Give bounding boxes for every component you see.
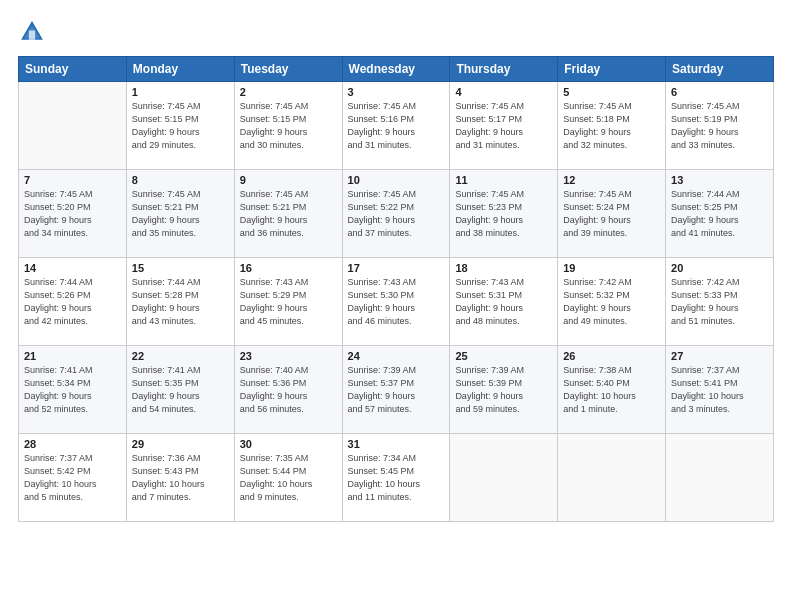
calendar-cell [450,434,558,522]
week-row-0: 1Sunrise: 7:45 AM Sunset: 5:15 PM Daylig… [19,82,774,170]
day-number: 19 [563,262,660,274]
calendar-cell: 13Sunrise: 7:44 AM Sunset: 5:25 PM Dayli… [666,170,774,258]
day-number: 2 [240,86,337,98]
page: SundayMondayTuesdayWednesdayThursdayFrid… [0,0,792,612]
day-number: 17 [348,262,445,274]
calendar-cell: 14Sunrise: 7:44 AM Sunset: 5:26 PM Dayli… [19,258,127,346]
calendar-cell: 16Sunrise: 7:43 AM Sunset: 5:29 PM Dayli… [234,258,342,346]
calendar-cell: 6Sunrise: 7:45 AM Sunset: 5:19 PM Daylig… [666,82,774,170]
calendar-cell: 15Sunrise: 7:44 AM Sunset: 5:28 PM Dayli… [126,258,234,346]
calendar-cell: 27Sunrise: 7:37 AM Sunset: 5:41 PM Dayli… [666,346,774,434]
day-info: Sunrise: 7:37 AM Sunset: 5:42 PM Dayligh… [24,452,121,504]
calendar-cell: 12Sunrise: 7:45 AM Sunset: 5:24 PM Dayli… [558,170,666,258]
day-info: Sunrise: 7:45 AM Sunset: 5:21 PM Dayligh… [240,188,337,240]
day-info: Sunrise: 7:45 AM Sunset: 5:20 PM Dayligh… [24,188,121,240]
calendar-cell: 11Sunrise: 7:45 AM Sunset: 5:23 PM Dayli… [450,170,558,258]
day-info: Sunrise: 7:43 AM Sunset: 5:30 PM Dayligh… [348,276,445,328]
calendar-cell: 31Sunrise: 7:34 AM Sunset: 5:45 PM Dayli… [342,434,450,522]
logo-icon [18,18,46,46]
calendar-cell: 7Sunrise: 7:45 AM Sunset: 5:20 PM Daylig… [19,170,127,258]
day-info: Sunrise: 7:39 AM Sunset: 5:37 PM Dayligh… [348,364,445,416]
calendar-cell: 29Sunrise: 7:36 AM Sunset: 5:43 PM Dayli… [126,434,234,522]
calendar-cell: 10Sunrise: 7:45 AM Sunset: 5:22 PM Dayli… [342,170,450,258]
day-info: Sunrise: 7:44 AM Sunset: 5:25 PM Dayligh… [671,188,768,240]
day-info: Sunrise: 7:41 AM Sunset: 5:34 PM Dayligh… [24,364,121,416]
calendar-cell: 23Sunrise: 7:40 AM Sunset: 5:36 PM Dayli… [234,346,342,434]
weekday-header-row: SundayMondayTuesdayWednesdayThursdayFrid… [19,57,774,82]
day-info: Sunrise: 7:39 AM Sunset: 5:39 PM Dayligh… [455,364,552,416]
day-info: Sunrise: 7:34 AM Sunset: 5:45 PM Dayligh… [348,452,445,504]
day-number: 24 [348,350,445,362]
day-number: 16 [240,262,337,274]
day-number: 6 [671,86,768,98]
day-info: Sunrise: 7:36 AM Sunset: 5:43 PM Dayligh… [132,452,229,504]
calendar-cell: 9Sunrise: 7:45 AM Sunset: 5:21 PM Daylig… [234,170,342,258]
day-info: Sunrise: 7:45 AM Sunset: 5:18 PM Dayligh… [563,100,660,152]
calendar-cell: 5Sunrise: 7:45 AM Sunset: 5:18 PM Daylig… [558,82,666,170]
day-number: 30 [240,438,337,450]
day-info: Sunrise: 7:45 AM Sunset: 5:23 PM Dayligh… [455,188,552,240]
day-info: Sunrise: 7:38 AM Sunset: 5:40 PM Dayligh… [563,364,660,416]
day-info: Sunrise: 7:45 AM Sunset: 5:15 PM Dayligh… [132,100,229,152]
day-info: Sunrise: 7:41 AM Sunset: 5:35 PM Dayligh… [132,364,229,416]
day-info: Sunrise: 7:45 AM Sunset: 5:16 PM Dayligh… [348,100,445,152]
day-info: Sunrise: 7:45 AM Sunset: 5:19 PM Dayligh… [671,100,768,152]
calendar-cell: 8Sunrise: 7:45 AM Sunset: 5:21 PM Daylig… [126,170,234,258]
day-number: 15 [132,262,229,274]
calendar-cell: 26Sunrise: 7:38 AM Sunset: 5:40 PM Dayli… [558,346,666,434]
day-info: Sunrise: 7:35 AM Sunset: 5:44 PM Dayligh… [240,452,337,504]
week-row-2: 14Sunrise: 7:44 AM Sunset: 5:26 PM Dayli… [19,258,774,346]
calendar-cell: 30Sunrise: 7:35 AM Sunset: 5:44 PM Dayli… [234,434,342,522]
day-info: Sunrise: 7:45 AM Sunset: 5:17 PM Dayligh… [455,100,552,152]
calendar-cell: 22Sunrise: 7:41 AM Sunset: 5:35 PM Dayli… [126,346,234,434]
calendar-cell: 18Sunrise: 7:43 AM Sunset: 5:31 PM Dayli… [450,258,558,346]
weekday-header-wednesday: Wednesday [342,57,450,82]
day-info: Sunrise: 7:44 AM Sunset: 5:28 PM Dayligh… [132,276,229,328]
calendar-cell: 17Sunrise: 7:43 AM Sunset: 5:30 PM Dayli… [342,258,450,346]
day-number: 21 [24,350,121,362]
calendar-cell: 1Sunrise: 7:45 AM Sunset: 5:15 PM Daylig… [126,82,234,170]
weekday-header-saturday: Saturday [666,57,774,82]
day-number: 25 [455,350,552,362]
day-number: 8 [132,174,229,186]
calendar-cell: 25Sunrise: 7:39 AM Sunset: 5:39 PM Dayli… [450,346,558,434]
header [18,18,774,46]
day-number: 12 [563,174,660,186]
calendar-table: SundayMondayTuesdayWednesdayThursdayFrid… [18,56,774,522]
day-info: Sunrise: 7:42 AM Sunset: 5:32 PM Dayligh… [563,276,660,328]
calendar-cell: 4Sunrise: 7:45 AM Sunset: 5:17 PM Daylig… [450,82,558,170]
day-number: 14 [24,262,121,274]
day-number: 23 [240,350,337,362]
day-number: 9 [240,174,337,186]
day-info: Sunrise: 7:37 AM Sunset: 5:41 PM Dayligh… [671,364,768,416]
calendar-cell: 20Sunrise: 7:42 AM Sunset: 5:33 PM Dayli… [666,258,774,346]
calendar-cell: 24Sunrise: 7:39 AM Sunset: 5:37 PM Dayli… [342,346,450,434]
day-number: 29 [132,438,229,450]
day-number: 5 [563,86,660,98]
day-info: Sunrise: 7:45 AM Sunset: 5:24 PM Dayligh… [563,188,660,240]
weekday-header-friday: Friday [558,57,666,82]
day-number: 7 [24,174,121,186]
day-number: 18 [455,262,552,274]
day-info: Sunrise: 7:44 AM Sunset: 5:26 PM Dayligh… [24,276,121,328]
day-info: Sunrise: 7:43 AM Sunset: 5:29 PM Dayligh… [240,276,337,328]
calendar-cell [19,82,127,170]
day-number: 4 [455,86,552,98]
day-number: 10 [348,174,445,186]
weekday-header-sunday: Sunday [19,57,127,82]
calendar-cell: 19Sunrise: 7:42 AM Sunset: 5:32 PM Dayli… [558,258,666,346]
day-info: Sunrise: 7:45 AM Sunset: 5:15 PM Dayligh… [240,100,337,152]
day-number: 1 [132,86,229,98]
calendar-cell: 2Sunrise: 7:45 AM Sunset: 5:15 PM Daylig… [234,82,342,170]
day-number: 26 [563,350,660,362]
calendar-cell: 21Sunrise: 7:41 AM Sunset: 5:34 PM Dayli… [19,346,127,434]
day-number: 3 [348,86,445,98]
calendar-cell [558,434,666,522]
calendar-cell: 3Sunrise: 7:45 AM Sunset: 5:16 PM Daylig… [342,82,450,170]
weekday-header-monday: Monday [126,57,234,82]
svg-rect-2 [29,30,35,39]
day-info: Sunrise: 7:45 AM Sunset: 5:22 PM Dayligh… [348,188,445,240]
week-row-1: 7Sunrise: 7:45 AM Sunset: 5:20 PM Daylig… [19,170,774,258]
day-number: 28 [24,438,121,450]
day-number: 31 [348,438,445,450]
